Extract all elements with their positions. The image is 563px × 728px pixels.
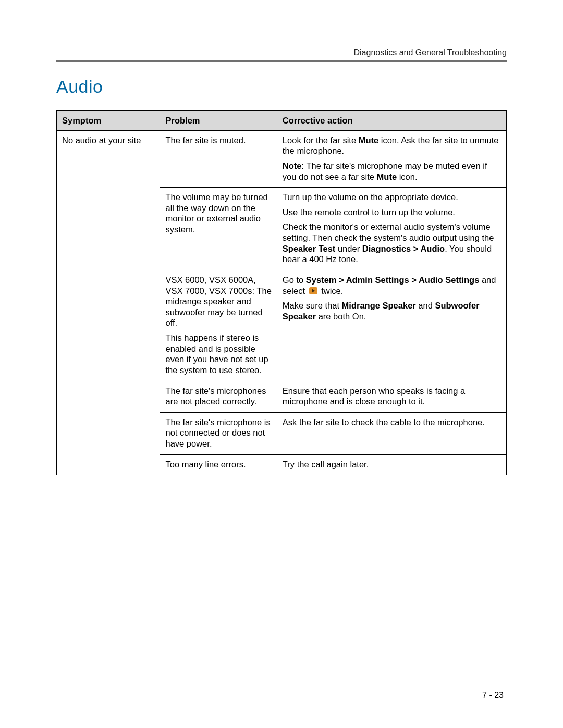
text: Use the remote control to turn up the vo…	[283, 207, 501, 218]
problem-cell: The far site is muted.	[160, 130, 277, 188]
running-header: Diagnostics and General Troubleshooting	[56, 48, 507, 57]
section-title: Audio	[56, 77, 507, 97]
problem-cell: The far site's microphones are not place…	[160, 381, 277, 412]
problem-cell: VSX 6000, VSX 6000A, VSX 7000, VSX 7000s…	[160, 270, 277, 381]
bold-text: Mute	[359, 135, 379, 145]
symptom-cell: No audio at your site	[57, 130, 160, 475]
header-rule	[56, 60, 507, 62]
text: Check the monitor's or external audio sy…	[283, 222, 494, 242]
bold-text: Speaker Test	[283, 244, 336, 253]
problem-cell: The far site's microphone is not connect…	[160, 412, 277, 454]
bold-text: Diagnostics > Audio	[362, 244, 445, 253]
page-number: 7 - 23	[482, 690, 504, 700]
problem-cell: The volume may be turned all the way dow…	[160, 188, 277, 270]
col-symptom: Symptom	[57, 111, 160, 131]
bold-text: Midrange Speaker	[342, 301, 416, 310]
text: twice.	[319, 286, 344, 295]
action-cell: Look for the far site Mute icon. Ask the…	[277, 130, 506, 188]
action-cell: Ensure that each person who speaks is fa…	[277, 381, 506, 412]
table-header-row: Symptom Problem Corrective action	[57, 111, 507, 131]
page-content: Diagnostics and General Troubleshooting …	[0, 0, 563, 475]
bold-text: System > Admin Settings > Audio Settings	[306, 275, 480, 285]
text: and	[416, 301, 435, 310]
col-action: Corrective action	[277, 111, 506, 131]
right-arrow-icon	[309, 287, 317, 294]
text: Make sure that	[283, 301, 342, 310]
text: icon.	[397, 172, 417, 181]
bold-text: Note	[283, 161, 302, 170]
action-cell: Ask the far site to check the cable to t…	[277, 412, 506, 454]
problem-cell: Too many line errors.	[160, 454, 277, 475]
text: Go to	[283, 275, 306, 285]
col-problem: Problem	[160, 111, 277, 131]
text: VSX 6000, VSX 6000A, VSX 7000, VSX 7000s…	[165, 275, 271, 328]
text: are both On.	[316, 312, 366, 321]
text: This happens if stereo is enabled and is…	[165, 332, 271, 376]
text: Turn up the volume on the appropriate de…	[283, 192, 501, 203]
action-cell: Turn up the volume on the appropriate de…	[277, 188, 506, 270]
bold-text: Mute	[377, 172, 397, 181]
troubleshooting-table: Symptom Problem Corrective action No aud…	[56, 110, 507, 475]
text: Look for the far site	[283, 135, 359, 145]
table-row: No audio at your site The far site is mu…	[57, 130, 507, 188]
action-cell: Try the call again later.	[277, 454, 506, 475]
action-cell: Go to System > Admin Settings > Audio Se…	[277, 270, 506, 381]
text: under	[335, 244, 362, 253]
